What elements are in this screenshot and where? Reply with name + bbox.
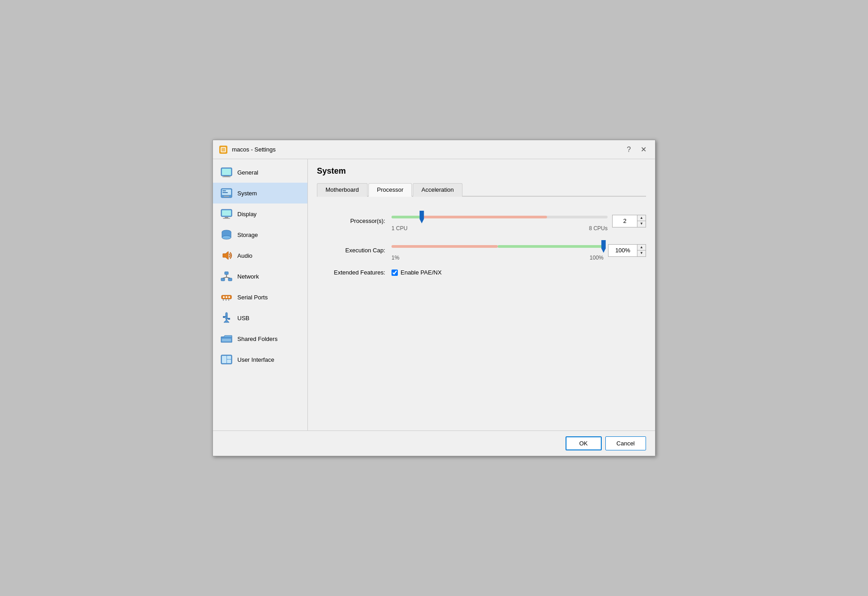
app-icon <box>218 145 228 155</box>
sidebar-item-general-label: General <box>237 169 258 176</box>
execution-cap-slider-red <box>392 245 498 248</box>
sidebar-item-audio[interactable]: Audio <box>213 245 307 266</box>
svg-line-26 <box>223 277 226 278</box>
panel-title: System <box>317 166 646 176</box>
processor-slider-red <box>422 216 547 218</box>
execution-cap-slider-green <box>498 245 604 248</box>
titlebar-controls: ? ✕ <box>623 143 650 156</box>
sidebar-item-user-interface[interactable]: User Interface <box>213 349 307 370</box>
sidebar-item-shared-folders-label: Shared Folders <box>237 336 278 342</box>
sidebar-item-network[interactable]: Network <box>213 266 307 287</box>
content-area: General System <box>213 159 655 430</box>
extended-features-label: Extended Features: <box>317 269 392 276</box>
enable-pae-text: Enable PAE/NX <box>401 269 442 276</box>
svg-rect-11 <box>224 196 229 197</box>
execution-cap-slider-labels: 1% 100% <box>392 255 604 261</box>
execution-cap-min-label: 1% <box>392 255 399 261</box>
system-icon <box>220 187 233 199</box>
svg-rect-24 <box>228 278 232 281</box>
main-panel: System Motherboard Processor Acceleratio… <box>308 159 655 430</box>
tab-acceleration[interactable]: Acceleration <box>413 183 462 197</box>
processor-spinbox-buttons: ▲ ▼ <box>637 215 646 227</box>
execution-cap-max-label: 100% <box>590 255 604 261</box>
execution-cap-slider-track <box>392 245 604 248</box>
sidebar-item-display-label: Display <box>237 211 257 218</box>
processor-slider-wrapper <box>392 210 608 224</box>
processor-max-label: 8 CPUs <box>589 225 608 232</box>
sidebar: General System <box>213 159 308 430</box>
sidebar-item-shared-folders[interactable]: Shared Folders <box>213 328 307 349</box>
svg-rect-22 <box>225 272 228 274</box>
processor-slider-labels: 1 CPU 8 CPUs <box>392 225 608 232</box>
ok-button[interactable]: OK <box>566 436 602 450</box>
execution-cap-row: Execution Cap: <box>317 240 646 261</box>
shared-folders-icon <box>220 332 233 345</box>
sidebar-item-user-interface-label: User Interface <box>237 356 274 363</box>
execution-cap-spinbox-up[interactable]: ▲ <box>637 245 646 251</box>
settings-content: Processor(s): <box>317 206 646 280</box>
tab-processor[interactable]: Processor <box>368 183 412 197</box>
execution-cap-spinbox-down[interactable]: ▼ <box>637 250 646 256</box>
execution-cap-spinbox-wrapper: ▲ ▼ <box>608 244 646 257</box>
svg-rect-42 <box>222 356 226 363</box>
titlebar-left: macos - Settings <box>218 145 276 155</box>
titlebar: macos - Settings ? ✕ <box>213 140 655 159</box>
svg-rect-4 <box>222 169 231 175</box>
processor-slider-container: 1 CPU 8 CPUs <box>392 210 608 232</box>
svg-line-27 <box>226 277 230 278</box>
usb-icon <box>220 312 233 324</box>
svg-point-30 <box>226 296 227 298</box>
svg-rect-40 <box>222 339 231 341</box>
processor-spinbox-wrapper: ▲ ▼ <box>612 215 646 227</box>
svg-rect-6 <box>222 176 231 177</box>
svg-rect-23 <box>221 278 225 281</box>
sidebar-item-system[interactable]: System <box>213 183 307 203</box>
execution-cap-label: Execution Cap: <box>317 247 392 254</box>
svg-rect-10 <box>222 192 228 193</box>
execution-cap-spinbox[interactable] <box>608 244 637 257</box>
svg-point-18 <box>222 236 231 239</box>
sidebar-item-serial-ports[interactable]: Serial Ports <box>213 287 307 307</box>
sidebar-item-storage-label: Storage <box>237 232 258 238</box>
enable-pae-label[interactable]: Enable PAE/NX <box>392 269 442 276</box>
svg-rect-13 <box>222 210 231 216</box>
svg-rect-2 <box>222 148 225 151</box>
footer: OK Cancel <box>213 430 655 456</box>
storage-icon <box>220 228 233 241</box>
sidebar-item-usb[interactable]: USB <box>213 307 307 328</box>
sidebar-item-storage[interactable]: Storage <box>213 224 307 245</box>
svg-rect-43 <box>227 356 231 359</box>
audio-icon <box>220 249 233 262</box>
tab-motherboard[interactable]: Motherboard <box>317 183 368 197</box>
processor-row: Processor(s): <box>317 210 646 232</box>
display-icon <box>220 208 233 220</box>
svg-point-29 <box>223 296 225 298</box>
sidebar-item-usb-label: USB <box>237 315 250 322</box>
processor-spinbox-up[interactable]: ▲ <box>637 215 646 221</box>
sidebar-item-system-label: System <box>237 190 257 197</box>
sidebar-item-display[interactable]: Display <box>213 203 307 224</box>
sidebar-item-audio-label: Audio <box>237 252 252 259</box>
svg-rect-32 <box>223 299 224 301</box>
enable-pae-checkbox[interactable] <box>392 270 398 276</box>
processor-spinbox-down[interactable]: ▼ <box>637 221 646 227</box>
processor-slider-green <box>392 216 422 218</box>
execution-cap-slider-container: 1% 100% <box>392 240 604 261</box>
settings-window: macos - Settings ? ✕ General <box>212 140 656 456</box>
sidebar-item-serial-ports-label: Serial Ports <box>237 294 268 301</box>
help-button[interactable]: ? <box>623 143 635 156</box>
processor-spinbox[interactable] <box>612 215 637 227</box>
window-title: macos - Settings <box>232 146 276 153</box>
svg-point-31 <box>228 296 230 298</box>
tabs: Motherboard Processor Acceleration <box>317 182 646 197</box>
sidebar-item-general[interactable]: General <box>213 162 307 183</box>
svg-rect-33 <box>226 299 226 301</box>
user-interface-icon <box>220 353 233 366</box>
network-icon <box>220 270 233 283</box>
execution-cap-slider-wrapper <box>392 240 604 253</box>
serial-ports-icon <box>220 291 233 303</box>
cancel-button[interactable]: Cancel <box>605 436 646 450</box>
svg-rect-44 <box>227 359 231 363</box>
processor-label: Processor(s): <box>317 218 392 224</box>
close-button[interactable]: ✕ <box>637 143 650 156</box>
